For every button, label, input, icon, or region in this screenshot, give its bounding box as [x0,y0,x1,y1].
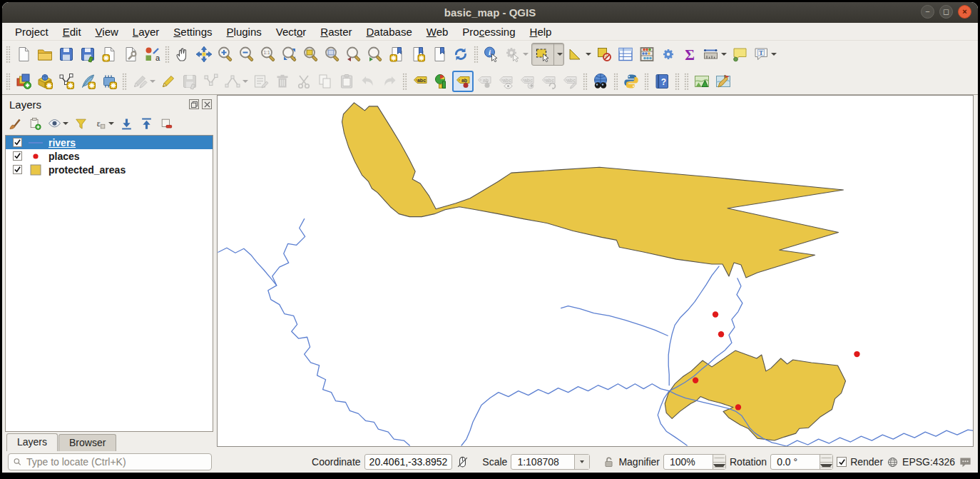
identify-features-button[interactable]: i [481,44,502,65]
collapse-all-button[interactable] [138,115,155,132]
scale-dropdown-button[interactable] [574,455,589,469]
refresh-map-button[interactable] [450,44,471,65]
render-checkbox[interactable]: Render [837,456,883,468]
new-bookmark-button[interactable] [386,44,407,65]
title-bar[interactable]: basic_map - QGIS −◻× [2,2,978,23]
map-tips-button[interactable] [729,44,750,65]
zoom-native-button[interactable]: 1:1 [257,44,279,65]
crs-globe-icon[interactable] [887,456,899,468]
map-canvas-svg[interactable] [218,96,973,446]
zoom-to-selection-button[interactable] [300,44,322,65]
scale-combobox[interactable]: 1:108708 [511,454,590,470]
menu-processing[interactable]: Processing [455,24,522,39]
menu-database[interactable]: Database [359,24,419,39]
new-spatialite-layer-button[interactable] [77,71,98,92]
window-maximize-button[interactable]: ◻ [939,5,953,19]
tab-browser[interactable]: Browser [58,434,116,451]
save-project-as-button[interactable] [77,44,98,65]
toolbar-grip[interactable] [583,73,588,90]
zoom-in-button[interactable] [215,44,236,65]
magnifier-spinbox[interactable]: 100% [663,454,726,470]
layer-item-rivers[interactable]: rivers [6,136,213,149]
open-attribute-table-button[interactable] [615,44,636,65]
panel-float-button[interactable] [189,99,199,109]
magnifier-spin-buttons[interactable] [713,455,725,469]
layer-labeling-options-button[interactable]: abc [409,71,431,92]
toolbar-grip[interactable] [122,73,127,90]
panel-close-button[interactable] [202,99,212,109]
run-feature-action-button[interactable] [502,44,531,65]
bookmark-manager-button[interactable] [429,44,450,65]
new-project-button[interactable] [13,44,34,65]
current-edits-button[interactable] [129,71,158,92]
rotate-label-button[interactable]: abc [538,71,559,92]
filter-by-expression-button[interactable]: ε [92,115,115,132]
show-layout-manager-button[interactable] [120,44,141,65]
cut-features-button[interactable] [293,71,315,92]
toolbar-grip[interactable] [165,46,170,63]
style-manager-button[interactable]: a [141,44,163,65]
data-source-manager-button[interactable] [13,71,34,92]
zoom-full-button[interactable] [279,44,300,65]
select-features-button[interactable] [532,44,553,65]
new-geopackage-layer-button[interactable] [34,71,56,92]
toolbar-grip[interactable] [675,73,680,90]
layer-item-places[interactable]: places [6,149,213,163]
menu-layer[interactable]: Layer [126,24,167,39]
menu-settings[interactable]: Settings [166,24,219,39]
paste-features-button[interactable] [336,71,357,92]
toolbar-grip[interactable] [402,73,407,90]
coordinate-extent-toggle[interactable] [456,455,469,469]
open-layer-styling-button[interactable] [6,115,24,132]
toggle-editing-button[interactable] [158,71,179,92]
menu-project[interactable]: Project [8,24,56,39]
layer-diagram-options-button[interactable] [431,71,452,92]
measure-line-button[interactable] [700,44,729,65]
toolbar-grip[interactable] [684,73,689,90]
remove-layer-button[interactable] [158,115,175,132]
copy-features-button[interactable] [315,71,336,92]
new-print-layout-button[interactable] [98,44,120,65]
text-annotation-button[interactable]: T [750,44,779,65]
change-label-button[interactable]: ab [452,71,474,92]
show-hide-labels-button[interactable]: abc [495,71,516,92]
add-group-button[interactable] [26,115,44,132]
move-label-diagram-button[interactable]: abc [516,71,538,92]
manage-map-themes-button[interactable] [46,115,69,132]
select-features-by-area-button[interactable] [565,44,593,65]
metasearch-button[interactable] [590,71,611,92]
map-canvas[interactable] [217,95,974,447]
window-minimize-button[interactable]: − [921,5,934,19]
change-label-properties-button[interactable]: abc [559,71,581,92]
move-label-button[interactable]: ab [474,71,495,92]
show-bookmarks-button[interactable] [407,44,429,65]
statistical-summary-button[interactable]: Σ [679,44,700,65]
pan-to-selection-button[interactable] [193,44,215,65]
menu-web[interactable]: Web [419,24,456,39]
new-shapefile-layer-button[interactable] [56,71,77,92]
locate-search[interactable] [8,453,212,470]
locate-input[interactable] [25,455,207,468]
modify-attributes-button[interactable] [250,71,272,92]
plugin-map-a-button[interactable] [691,71,713,92]
toolbar-grip[interactable] [474,46,479,63]
zoom-out-button[interactable] [236,44,257,65]
zoom-last-button[interactable] [343,44,364,65]
rotation-spin-buttons[interactable] [820,455,832,469]
zoom-next-button[interactable] [364,44,386,65]
open-project-button[interactable] [34,44,56,65]
layer-checkbox[interactable] [13,165,22,174]
delete-selected-button[interactable] [272,71,293,92]
toolbar-grip[interactable] [613,73,618,90]
menu-vector[interactable]: Vector [269,24,314,39]
toolbar-grip[interactable] [6,73,11,90]
messages-icon[interactable] [959,455,972,469]
digitize-with-segment-button[interactable] [200,71,222,92]
layer-checkbox[interactable] [13,138,22,147]
toolbar-grip[interactable] [644,73,649,90]
menu-help[interactable]: Help [523,24,559,39]
window-close-button[interactable]: × [958,5,971,19]
layer-checkbox[interactable] [13,151,22,161]
menu-raster[interactable]: Raster [313,24,359,39]
pan-map-button[interactable] [172,44,193,65]
